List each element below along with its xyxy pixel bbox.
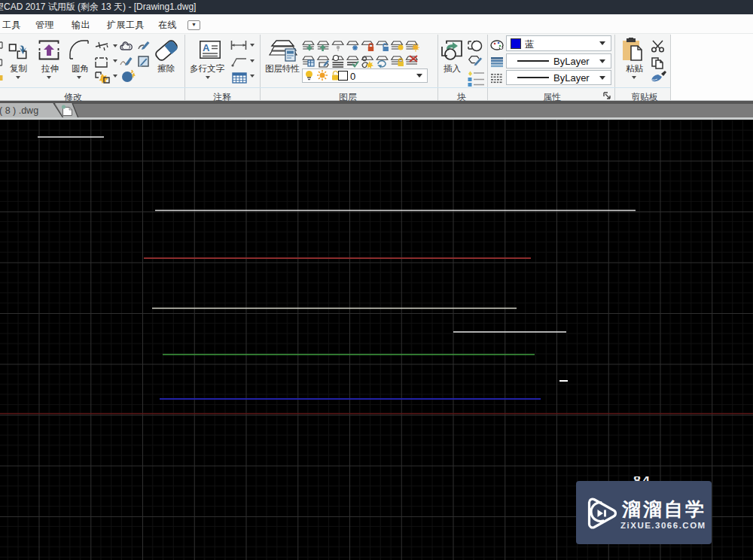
svg-text:A: A [203, 42, 210, 53]
